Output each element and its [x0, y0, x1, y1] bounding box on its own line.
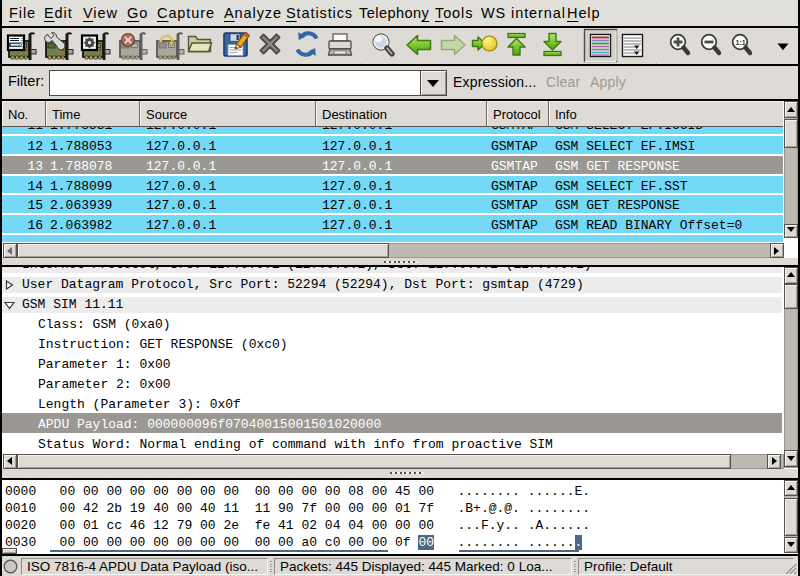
svg-text:1:1: 1:1 — [736, 39, 746, 46]
